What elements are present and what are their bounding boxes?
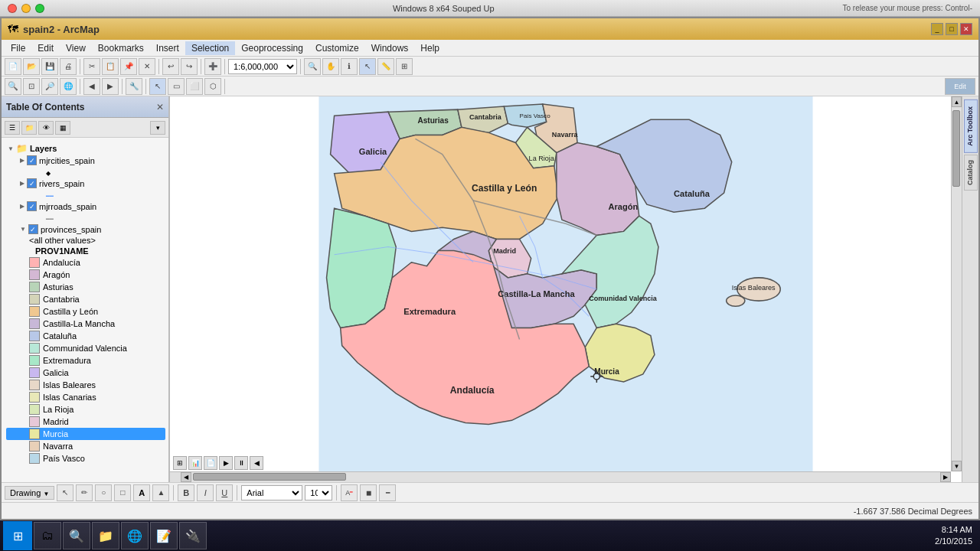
arcmap-restore[interactable]: □ <box>946 23 958 35</box>
catalog-btn[interactable]: Catalog <box>964 155 978 191</box>
menu-insert[interactable]: Insert <box>150 41 185 55</box>
zoom-out-btn[interactable]: 🔍 <box>5 78 21 95</box>
stop-btn[interactable]: ⏸ <box>234 456 248 470</box>
province-la-rioja: La Rioja <box>6 403 165 416</box>
pointer-btn[interactable]: ↖ <box>149 78 166 95</box>
menu-bookmarks[interactable]: Bookmarks <box>92 41 150 55</box>
arcmap-close[interactable]: ✕ <box>960 23 972 35</box>
underline-btn[interactable]: U <box>216 484 233 501</box>
menu-selection[interactable]: Selection <box>185 41 235 55</box>
taskbar-folder[interactable]: 📁 <box>92 522 119 549</box>
overview-map-btn[interactable]: ⊞ <box>173 456 187 470</box>
zoom-to-selection-btn[interactable]: 🔎 <box>41 78 58 95</box>
status-bar: -1.667 37.586 Decimal Degrees <box>2 502 978 519</box>
line-color-btn[interactable]: ━ <box>379 484 396 501</box>
arrow-left-btn[interactable]: ◀ <box>250 456 263 470</box>
close-button[interactable] <box>8 4 17 13</box>
delete-btn[interactable]: ✕ <box>139 58 155 75</box>
select-btn[interactable]: ↖ <box>359 58 376 75</box>
italic-btn[interactable]: I <box>197 484 214 501</box>
globe-btn[interactable]: 🌐 <box>60 78 77 95</box>
layout-view-btn[interactable]: 📄 <box>204 456 217 470</box>
full-extent-btn[interactable]: ⊞ <box>396 58 413 75</box>
select-by-poly-btn[interactable]: ⬡ <box>204 78 221 95</box>
layer-roads[interactable]: ▶ ✓ mjrroads_spain <box>6 201 165 212</box>
taskbar-files[interactable]: 🗂 <box>34 522 61 549</box>
minimize-button[interactable] <box>21 4 31 13</box>
start-button[interactable]: ⊞ <box>3 521 32 550</box>
province-murcia[interactable]: Murcia <box>6 428 165 440</box>
map-scrollbar-v[interactable]: ▲ ▼ <box>951 96 962 471</box>
fill-color-btn[interactable]: ◼ <box>360 484 377 501</box>
add-data-btn[interactable]: ➕ <box>204 58 221 75</box>
roads-checkbox[interactable]: ✓ <box>27 201 37 211</box>
select-by-rect-btn[interactable]: ⬜ <box>186 78 203 95</box>
zoom-back-btn[interactable]: ◀ <box>83 78 100 95</box>
rivers-checkbox[interactable]: ✓ <box>27 178 37 188</box>
layers-group-header[interactable]: ▼ 📁 Layers <box>6 142 165 155</box>
copy-btn[interactable]: 📋 <box>102 58 119 75</box>
list-by-drawing-order-btn[interactable]: ☰ <box>5 121 20 135</box>
font-color-btn[interactable]: A━ <box>341 484 358 501</box>
tools-btn[interactable]: 🔧 <box>126 78 142 95</box>
zoom-to-layer-btn[interactable]: ⊡ <box>23 78 40 95</box>
provinces-checkbox[interactable]: ✓ <box>28 224 38 234</box>
maximize-button[interactable] <box>35 4 44 13</box>
list-by-source-btn[interactable]: 📁 <box>21 121 37 135</box>
font-size-more[interactable]: ▲ <box>152 484 169 501</box>
select-features-btn[interactable]: ▭ <box>168 78 185 95</box>
taskbar-network[interactable]: 🔌 <box>179 522 207 549</box>
font-family-select[interactable]: Arial <box>241 485 302 500</box>
menu-windows[interactable]: Windows <box>365 41 415 55</box>
menu-geoprocessing[interactable]: Geoprocessing <box>235 41 309 55</box>
redo-btn[interactable]: ↪ <box>181 58 198 75</box>
paste-btn[interactable]: 📌 <box>120 58 137 75</box>
bold-btn[interactable]: B <box>178 484 194 501</box>
toc-close-btn[interactable]: ✕ <box>156 102 164 112</box>
save-btn[interactable]: 💾 <box>41 58 58 75</box>
map-scrollbar-h[interactable]: ◀ ▶ <box>170 471 951 482</box>
identify-btn[interactable]: ℹ <box>341 58 358 75</box>
zoom-forward-btn[interactable]: ▶ <box>102 78 119 95</box>
open-btn[interactable]: 📂 <box>23 58 40 75</box>
options-btn[interactable]: ▾ <box>150 121 165 135</box>
undo-btn[interactable]: ↩ <box>162 58 179 75</box>
pan-btn[interactable]: ✋ <box>322 58 339 75</box>
layer-mjrcities[interactable]: ▶ ✓ mjrcities_spain <box>6 155 165 166</box>
menu-edit[interactable]: Edit <box>31 41 60 55</box>
list-by-visibility-btn[interactable]: 👁 <box>38 121 54 135</box>
province-all-others: <all other values> <box>6 235 165 246</box>
measure-btn[interactable]: 📏 <box>377 58 394 75</box>
layer-provinces[interactable]: ▼ ✓ provinces_spain <box>6 223 165 235</box>
drawing-pointer[interactable]: ↖ <box>57 484 74 501</box>
arc-toolbox-btn[interactable]: Arc Toolbox <box>964 99 978 153</box>
drawing-text-btn[interactable]: A <box>133 484 150 501</box>
print-btn[interactable]: 🖨 <box>60 58 77 75</box>
drawing-circle[interactable]: ○ <box>95 484 112 501</box>
drawing-edit[interactable]: ✏ <box>76 484 93 501</box>
map-view[interactable]: Galicia Asturias Cantabria País Vasco Na… <box>170 96 962 482</box>
menu-customize[interactable]: Customize <box>309 41 365 55</box>
play-btn[interactable]: ▶ <box>219 456 233 470</box>
new-btn[interactable]: 📄 <box>5 58 21 75</box>
cut-btn[interactable]: ✂ <box>83 58 100 75</box>
menu-file[interactable]: File <box>5 41 31 55</box>
layer-rivers[interactable]: ▶ ✓ rivers_spain <box>6 178 165 189</box>
dataview-btn[interactable]: 📊 <box>188 456 202 470</box>
font-size-select[interactable]: 10 <box>305 485 332 500</box>
menu-view[interactable]: View <box>60 41 92 55</box>
taskbar-word[interactable]: 📝 <box>150 522 178 549</box>
taskbar-search[interactable]: 🔍 <box>63 522 90 549</box>
zoom-in-btn[interactable]: 🔍 <box>304 58 321 75</box>
scale-select[interactable]: 1:6,000,000 <box>228 59 297 74</box>
list-by-selection-btn[interactable]: ▦ <box>55 121 70 135</box>
menu-help[interactable]: Help <box>414 41 446 55</box>
taskbar-ie[interactable]: 🌐 <box>121 522 149 549</box>
province-galicia: Galicia <box>6 367 165 379</box>
mjrcities-checkbox[interactable]: ✓ <box>27 155 37 165</box>
drawing-label[interactable]: Drawing ▼ <box>5 486 54 500</box>
editor-toolbar[interactable]: Edit <box>945 78 975 95</box>
drawing-rect[interactable]: □ <box>114 484 131 501</box>
arcmap-minimize[interactable]: _ <box>931 23 943 35</box>
toc-title: Table Of Contents <box>6 102 84 112</box>
